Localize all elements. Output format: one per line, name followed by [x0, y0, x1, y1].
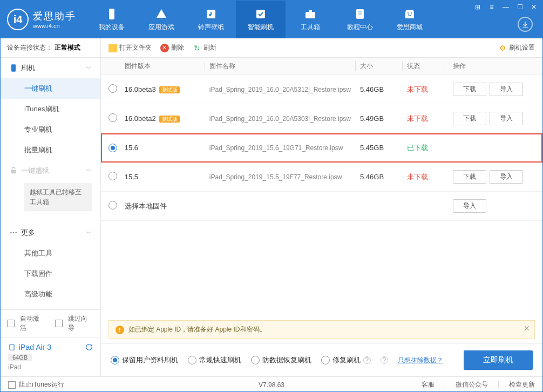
chevron-down-icon: ﹀ — [86, 167, 92, 175]
nav-tab-apps[interactable]: 应用游戏 — [137, 1, 186, 38]
flash-icon — [9, 64, 18, 72]
flash-icon — [254, 8, 267, 21]
import-button[interactable]: 导入 — [453, 199, 486, 213]
firmware-version: 16.0beta3测试版 — [125, 85, 200, 94]
sidebar-group-flash[interactable]: 刷机 ﹀ — [1, 58, 100, 78]
firmware-row[interactable]: 16.0beta3测试版 iPad_Spring_2019_16.0_20A53… — [101, 75, 542, 104]
nav-tab-phone[interactable]: 我的设备 — [87, 1, 137, 38]
open-folder-button[interactable]: 打开文件夹 — [108, 43, 152, 52]
row-radio[interactable] — [108, 144, 117, 152]
firmware-version: 15.5 — [125, 173, 200, 181]
support-link[interactable]: 客服 — [422, 380, 435, 389]
nav-tab-docs[interactable]: 教程中心 — [335, 1, 385, 38]
chevron-down-icon: ﹀ — [86, 229, 92, 237]
nav-tab-toolbox[interactable]: 工具箱 — [286, 1, 335, 38]
flash-now-button[interactable]: 立即刷机 — [464, 350, 533, 370]
firmware-filename: iPad_Spring_2019_16.0_20A5303i_Restore.i… — [209, 115, 351, 123]
import-button[interactable]: 导入 — [490, 170, 523, 184]
minimize-button[interactable]: — — [500, 3, 511, 11]
option-keep-data[interactable]: 保留用户资料刷机 — [111, 355, 178, 365]
local-firmware-row[interactable]: 选择本地固件 导入 — [101, 192, 542, 221]
firmware-row[interactable]: 16.0beta2测试版 iPad_Spring_2019_16.0_20A53… — [101, 104, 542, 133]
skip-guide-label: 跳过向导 — [68, 314, 94, 333]
sidebar-item[interactable]: 批量刷机 — [1, 140, 100, 160]
nav-tab-label: 应用游戏 — [148, 23, 174, 32]
window-controls: ⊞ ≡ — ☐ ✕ — [472, 3, 539, 11]
help-icon[interactable]: ? — [381, 356, 388, 364]
sidebar-group-jailbreak: 一键越狱 ﹀ — [1, 160, 100, 181]
svg-rect-8 — [11, 64, 16, 71]
connection-status: 设备连接状态： 正常模式 — [1, 38, 100, 58]
sidebar-item[interactable]: 一键刷机 — [1, 78, 100, 99]
row-radio[interactable] — [108, 201, 117, 209]
wechat-link[interactable]: 微信公众号 — [456, 380, 488, 389]
col-name: 固件名称 — [209, 62, 351, 71]
download-manager-button[interactable] — [518, 17, 533, 32]
svg-point-10 — [10, 232, 12, 234]
flash-options: 保留用户资料刷机 常规快速刷机 防数据恢复刷机 修复刷机 ? ? 只想抹除数据？… — [101, 343, 542, 376]
download-button[interactable]: 下载 — [453, 170, 486, 184]
row-radio[interactable] — [108, 113, 117, 122]
svg-rect-4 — [256, 10, 265, 18]
notice-close-button[interactable]: ✕ — [524, 324, 530, 333]
main-panel: 打开文件夹 ✕ 删除 ↻ 刷新 ⚙ 刷机设置 固件版本 固件名称 大小 — [101, 38, 542, 376]
logo-badge-icon: i4 — [7, 9, 29, 30]
firmware-filename: iPad_Spring_2019_16.0_20A5312j_Restore.i… — [209, 86, 351, 93]
import-button[interactable]: 导入 — [490, 112, 523, 125]
sidebar-group-more[interactable]: 更多 ﹀ — [1, 222, 100, 243]
download-button[interactable]: 下载 — [453, 83, 486, 96]
close-button[interactable]: ✕ — [528, 3, 539, 11]
refresh-button[interactable]: ↻ 刷新 — [193, 43, 216, 52]
option-anti-recovery[interactable]: 防数据恢复刷机 — [251, 355, 311, 365]
sidebar-item[interactable]: iTunes刷机 — [1, 99, 100, 119]
app-subtitle: www.i4.cn — [33, 23, 76, 29]
block-itunes-label: 阻止iTunes运行 — [19, 380, 64, 389]
nav-tab-media[interactable]: 铃声壁纸 — [186, 1, 236, 38]
nav-tab-store[interactable]: 爱思商城 — [385, 1, 435, 38]
firmware-status: 已下载 — [407, 143, 439, 153]
sidebar-item[interactable]: 高级功能 — [1, 284, 100, 305]
firmware-row[interactable]: 15.6 iPad_Spring_2019_15.6_19G71_Restore… — [101, 133, 542, 163]
delete-button[interactable]: ✕ 删除 — [160, 43, 184, 52]
sidebar-item[interactable]: 专业刷机 — [1, 119, 100, 140]
sidebar-item[interactable]: 其他工具 — [1, 243, 100, 263]
svg-point-12 — [15, 232, 17, 234]
firmware-size: 5.49GB — [360, 114, 398, 123]
lock-icon — [9, 166, 18, 175]
radio-icon — [188, 356, 196, 364]
auto-activate-label: 自动激活 — [20, 314, 46, 333]
nav-tab-flash[interactable]: 智能刷机 — [236, 1, 286, 38]
flash-settings-button[interactable]: ⚙ 刷机设置 — [498, 43, 535, 52]
sidebar-item[interactable]: 下载固件 — [1, 263, 100, 284]
row-radio[interactable] — [108, 172, 117, 180]
device-refresh-button[interactable] — [85, 343, 93, 351]
erase-only-link[interactable]: 只想抹除数据？ — [398, 356, 443, 365]
skip-guide-checkbox[interactable] — [55, 320, 63, 327]
firmware-filename: iPad_Spring_2019_15.6_19G71_Restore.ipsw — [209, 144, 351, 152]
option-fast-flash[interactable]: 常规快速刷机 — [188, 355, 241, 365]
device-storage: 64GB — [8, 354, 32, 361]
col-ops: 操作 — [449, 62, 535, 71]
block-itunes-checkbox[interactable] — [8, 381, 16, 389]
sidebar-group-more-label: 更多 — [21, 228, 35, 238]
device-name: iPad Air 3 — [19, 343, 51, 352]
row-radio[interactable] — [108, 84, 117, 93]
conn-status-value: 正常模式 — [55, 43, 80, 52]
import-button[interactable]: 导入 — [490, 83, 523, 96]
folder-icon — [108, 44, 117, 52]
apps-icon — [155, 8, 168, 21]
maximize-button[interactable]: ☐ — [514, 3, 525, 11]
col-status: 状态 — [407, 62, 439, 71]
auto-activate-checkbox[interactable] — [7, 320, 15, 327]
menu-grid-icon[interactable]: ⊞ — [472, 3, 483, 11]
list-icon[interactable]: ≡ — [486, 3, 497, 11]
option-repair-flash[interactable]: 修复刷机 ? — [321, 355, 371, 365]
firmware-row[interactable]: 15.5 iPad_Spring_2019_15.5_19F77_Restore… — [101, 163, 542, 192]
logo[interactable]: i4 爱思助手 www.i4.cn — [7, 9, 76, 30]
sidebar-group-flash-label: 刷机 — [21, 63, 35, 73]
download-button[interactable]: 下载 — [453, 112, 486, 125]
app-header: i4 爱思助手 www.i4.cn 我的设备应用游戏铃声壁纸智能刷机工具箱教程中… — [1, 1, 542, 38]
device-card[interactable]: iPad Air 3 64GB iPad — [1, 337, 100, 376]
help-icon[interactable]: ? — [363, 356, 371, 364]
check-update-link[interactable]: 检查更新 — [509, 380, 535, 389]
